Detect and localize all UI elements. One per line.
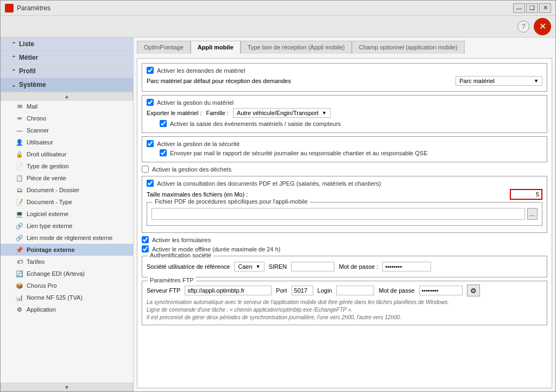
sidebar-item-document-type[interactable]: 📝 Document - Type: [1, 196, 133, 208]
checkbox-rapport-securite-input[interactable]: [160, 149, 167, 156]
document-type-icon: 📝: [16, 198, 23, 206]
pointage-externe-icon: 📌: [16, 246, 23, 254]
motdepasse-ftp-label: Mot de passe: [378, 287, 414, 294]
scroll-up-button[interactable]: ▲: [1, 92, 133, 100]
societe-dropdown[interactable]: Caen ▼: [234, 262, 264, 271]
scroll-down-button[interactable]: ▼: [1, 383, 133, 391]
arrow-icon-metier: ⌃: [11, 55, 16, 61]
sidebar-item-application[interactable]: ⚙ Application: [1, 304, 133, 315]
famille-dropdown-value: Autre véhicule/Engin/Transport: [237, 110, 319, 116]
checkbox-gestion-materiel: Activer la gestion du matériel: [147, 99, 542, 106]
parc-dropdown-value: Parc matériel: [459, 78, 534, 84]
ftp-gear-button[interactable]: ⚙: [467, 284, 480, 296]
checkbox-securite: Activer la gestion de la sécurité: [147, 140, 542, 147]
section-pdf: Activer la consultation des documents PD…: [142, 176, 547, 233]
sidebar-header-systeme[interactable]: ⌄ Système: [1, 78, 133, 91]
fichier-input[interactable]: [151, 208, 525, 220]
sidebar-header-liste[interactable]: ⌃ Liste: [1, 37, 133, 50]
tab-appli-mobile[interactable]: Appli mobile: [191, 41, 241, 54]
section-demandes-materiel: Activer les demandes de matériel Parc ma…: [142, 63, 547, 92]
port-input[interactable]: [292, 286, 313, 295]
motdepasse-auth-input[interactable]: [382, 262, 431, 271]
serveur-input[interactable]: [185, 286, 271, 295]
famille-dropdown[interactable]: Autre véhicule/Engin/Transport ▼: [233, 108, 331, 118]
motdepasse-ftp-input[interactable]: [419, 286, 463, 295]
section-auth: Authentification société Société utilisa…: [142, 256, 547, 277]
parc-dropdown[interactable]: Parc matériel ▼: [456, 76, 542, 86]
sidebar-item-droit-utilisateur[interactable]: 🔒 Droit utilisateur: [1, 148, 133, 160]
sidebar-item-utilisateur-label: Utilisateur: [27, 139, 53, 146]
societe-dropdown-arrow: ▼: [256, 264, 261, 269]
checkbox-gestion-materiel-label: Activer la gestion du matériel: [157, 99, 233, 106]
sidebar-item-norme-nf-label: Norme NF 525 (TVA): [27, 294, 83, 301]
checkbox-evenements-label: Activer la saisie des événements matérie…: [170, 121, 341, 127]
login-input[interactable]: [336, 286, 374, 295]
sidebar-item-chrono[interactable]: ✏ Chrono: [1, 112, 133, 124]
tab-optim-pointage[interactable]: OptimPointage: [137, 41, 191, 54]
sidebar-item-document-type-label: Document - Type: [27, 199, 72, 205]
sidebar-item-tarifeo[interactable]: 🏷 Tarifeo: [1, 256, 133, 268]
checkbox-dechets-input[interactable]: [142, 166, 149, 173]
sidebar-header-profil[interactable]: ⌃ Profil: [1, 65, 133, 78]
sidebar-item-pointage-externe-label: Pointage externe: [27, 246, 75, 253]
ftp-title: Paramètres FTP: [148, 277, 196, 283]
checkbox-dechets-label: Activer la gestion des déchets: [152, 166, 231, 173]
checkbox-demandes-label: Activer les demandes de matériel: [157, 67, 245, 74]
sidebar-item-piece-vente[interactable]: 📋 Pièce de vente: [1, 172, 133, 184]
sidebar-item-logiciel-externe-label: Logiciel externe: [27, 211, 68, 217]
norme-nf-icon: 📊: [16, 294, 23, 301]
minimize-button[interactable]: —: [513, 3, 525, 13]
checkbox-securite-input[interactable]: [147, 140, 154, 147]
checkbox-rapport-securite: Envoyer par mail le rapport de sécurité …: [160, 149, 542, 156]
checkbox-demandes-input[interactable]: [147, 67, 154, 74]
checkbox-demandes: Activer les demandes de matériel: [147, 67, 542, 74]
help-icon[interactable]: ?: [517, 21, 529, 33]
section-fichier-pdf: Fichier PDF de procédures spécifiques po…: [147, 202, 542, 226]
tarifeo-icon: 🏷: [16, 258, 23, 265]
port-label: Port: [276, 287, 287, 294]
sidebar-item-scanner[interactable]: — Scanner: [1, 124, 133, 136]
sidebar-item-mail[interactable]: ✉ Mail: [1, 100, 133, 112]
sidebar-item-pointage-externe[interactable]: 📌 Pointage externe: [1, 244, 133, 256]
sidebar-item-lien-mode-reglement[interactable]: 🔗 Lien mode de règlement externe: [1, 232, 133, 244]
sidebar-item-utilisateur[interactable]: 👤 Utilisateur: [1, 136, 133, 148]
sidebar-item-lien-type-externe[interactable]: 🔗 Lien type externe: [1, 220, 133, 232]
sidebar-item-norme-nf[interactable]: 📊 Norme NF 525 (TVA): [1, 292, 133, 304]
droit-utilisateur-icon: 🔒: [16, 150, 23, 158]
sidebar-item-tarifeo-label: Tarifeo: [27, 258, 45, 265]
sidebar-items-list: ✉ Mail ✏ Chrono — Scanner 👤 Utilisateur …: [1, 100, 133, 383]
fichier-browse-button[interactable]: ...: [527, 208, 538, 220]
close-action-button[interactable]: ✕: [534, 18, 551, 35]
sidebar-item-chrono-label: Chrono: [27, 115, 46, 122]
logiciel-externe-icon: 💻: [16, 210, 23, 218]
sidebar: ⌃ Liste ⌃ Métier ⌃ Profil ⌄ Systèm: [1, 37, 134, 391]
auth-row: Société utilisatrice de référence Caen ▼…: [147, 262, 542, 271]
close-button[interactable]: ✕: [539, 3, 551, 13]
scanner-icon: —: [16, 127, 23, 134]
checkbox-formulaires-input[interactable]: [142, 236, 149, 243]
tab-type-bon[interactable]: Type bon de réception (Appli mobile): [241, 41, 352, 54]
sidebar-header-liste-label: Liste: [19, 40, 34, 48]
restore-button[interactable]: ❑: [526, 3, 538, 13]
tab-content: Activer les demandes de matériel Parc ma…: [137, 58, 552, 388]
tab-champ-optionnel[interactable]: Champ optionnel (application mobile): [352, 41, 465, 54]
section-securite: Activer la gestion de la sécurité Envoye…: [142, 136, 547, 162]
window-title: Paramètres: [17, 4, 513, 12]
sidebar-item-type-gestion[interactable]: 📄 Type de gestion: [1, 160, 133, 172]
sidebar-item-echange-edi[interactable]: 🔄 Echange EDI (Arteva): [1, 268, 133, 280]
checkbox-evenements-input[interactable]: [160, 120, 167, 127]
taille-input[interactable]: [510, 189, 542, 200]
sidebar-item-echange-edi-label: Echange EDI (Arteva): [27, 270, 85, 277]
taille-label: Taille maximales des fichiers (en Mo) :: [147, 191, 506, 198]
motdepasse-auth-label: Mot de passe :: [339, 263, 378, 270]
checkbox-pdf-input[interactable]: [147, 180, 154, 187]
sidebar-item-logiciel-externe[interactable]: 💻 Logiciel externe: [1, 208, 133, 220]
sidebar-item-chorus-pro[interactable]: 📦 Chorus Pro: [1, 280, 133, 292]
auth-title: Authentification société: [148, 252, 213, 258]
checkbox-gestion-materiel-input[interactable]: [147, 99, 154, 106]
sidebar-header-metier[interactable]: ⌃ Métier: [1, 51, 133, 64]
sidebar-item-document-dossier[interactable]: 🗂 Document - Dossier: [1, 184, 133, 196]
sidebar-item-lien-type-externe-label: Lien type externe: [27, 223, 72, 229]
sidebar-section-systeme: ⌄ Système: [1, 78, 133, 92]
siren-input[interactable]: [291, 262, 334, 271]
